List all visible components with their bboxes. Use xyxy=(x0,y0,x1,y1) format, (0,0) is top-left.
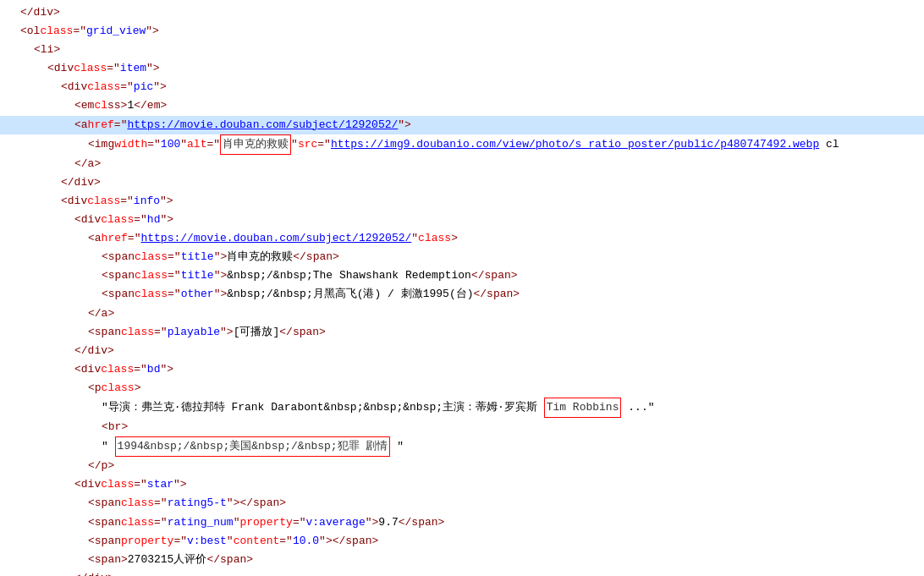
attr-value-token: info xyxy=(134,192,160,211)
tag-token: </div> xyxy=(74,342,114,360)
attr-value-token: v:best xyxy=(187,532,227,551)
punct-token: > xyxy=(451,229,458,248)
tag-token: <span xyxy=(102,266,135,285)
code-viewer: </div><ol class="grid_view"><li><div cla… xyxy=(0,0,924,576)
tag-token: </span> xyxy=(293,248,339,266)
tag-token: </span> xyxy=(333,532,379,551)
code-line: <div class="bd"> xyxy=(0,360,924,379)
attr-value-token: playable xyxy=(168,323,220,342)
tag-token: <div xyxy=(61,78,87,96)
attr-name-token: class xyxy=(87,78,120,96)
code-line: <div class="item"> xyxy=(0,59,924,78)
code-line: <a href="https://movie.douban.com/subjec… xyxy=(0,116,924,134)
punct-token: =" xyxy=(73,22,86,41)
attr-name-token: class xyxy=(121,323,154,342)
link-token: https://img9.doubanio.com/view/photo/s_r… xyxy=(331,135,819,154)
punct-token: "> xyxy=(146,59,160,78)
punct-token: =" xyxy=(128,229,141,248)
tag-token: <span xyxy=(88,494,121,513)
attr-name-token: property xyxy=(121,532,173,551)
punct-token: "> xyxy=(160,360,173,379)
attr-name-token: cl xyxy=(94,96,107,115)
text-token: [可播放] xyxy=(234,323,280,342)
punct-token: =" xyxy=(147,135,161,154)
tag-token: <div xyxy=(74,360,101,379)
tag-token: </span> xyxy=(279,323,326,342)
punct-token: =" xyxy=(154,494,168,513)
tag-token: <span xyxy=(88,513,121,532)
attr-name-token: href xyxy=(102,229,128,248)
punct-token: =" xyxy=(173,532,187,551)
code-line: <br> xyxy=(0,418,924,436)
punct-token: "> xyxy=(146,22,159,41)
tag-token: <em xyxy=(74,96,94,115)
punct-token: =" xyxy=(114,116,128,134)
code-line: </p> xyxy=(0,457,924,475)
punct-token: "> xyxy=(173,475,187,494)
code-line: <span property="v:best" content="10.0"><… xyxy=(0,532,924,551)
punct-token: =" xyxy=(279,532,293,551)
punct-token: "> xyxy=(153,78,167,96)
tag-token: </span> xyxy=(399,513,445,532)
punct-token: =" xyxy=(154,513,168,532)
tag-token: </span> xyxy=(471,266,518,285)
text-token: " xyxy=(390,437,404,456)
code-line: <span class="title">&nbsp;/&nbsp;The Sha… xyxy=(0,266,924,285)
tag-token: <div xyxy=(74,211,101,229)
code-line: <span class="rating5-t"></span> xyxy=(0,494,924,513)
code-line: </div> xyxy=(0,3,924,22)
attr-name-token: class xyxy=(101,475,134,494)
tag-token: </div> xyxy=(74,569,114,576)
code-line: <span class="title">肖申克的救赎</span> xyxy=(0,248,924,266)
attr-value-token: 100 xyxy=(161,135,180,154)
highlighted-text: Tim Robbins xyxy=(544,398,622,418)
punct-token: "> xyxy=(220,323,234,342)
tag-token: <span> xyxy=(88,551,128,569)
tag-token: <div xyxy=(74,475,101,494)
code-line: </div> xyxy=(0,342,924,360)
punct-token: "> xyxy=(160,211,173,229)
attr-name-token: class xyxy=(101,360,134,379)
tag-token: <ol xyxy=(20,22,40,41)
code-line: <span>2703215人评价</span> xyxy=(0,551,924,569)
punct-token: "> xyxy=(214,248,228,266)
attr-value-token: 10.0 xyxy=(293,532,319,551)
tag-token: <span xyxy=(102,248,135,266)
attr-name-token: width xyxy=(114,135,147,154)
punct-token: =" xyxy=(317,135,331,154)
attr-value-token: title xyxy=(181,266,214,285)
punct-token: "> xyxy=(319,532,333,551)
tag-token: </a> xyxy=(88,304,114,323)
text-token: ..." xyxy=(621,398,654,417)
tag-token: </span> xyxy=(474,285,520,304)
punct-token: =" xyxy=(134,360,147,379)
punct-token: " xyxy=(234,513,240,532)
tag-token: <img xyxy=(88,135,114,154)
attr-value-token: rating5-t xyxy=(168,494,227,513)
attr-name-token: class xyxy=(101,211,134,229)
punct-token: =" xyxy=(120,78,134,96)
attr-name-token: class xyxy=(135,266,168,285)
text-token: 2703215人评价 xyxy=(128,551,207,569)
tag-token: </span> xyxy=(239,494,286,513)
code-line: </a> xyxy=(0,304,924,323)
tag-token: <span xyxy=(88,323,121,342)
text-token: 肖申克的救赎 xyxy=(227,248,293,266)
code-line: <div class="star"> xyxy=(0,475,924,494)
code-line: <img width="100" alt="肖申克的救赎" src="https… xyxy=(0,134,924,155)
text-token: 9.7 xyxy=(378,513,398,532)
text-token: &nbsp;/&nbsp;月黑高飞(港) / 刺激1995(台) xyxy=(227,285,473,304)
code-line: <a href="https://movie.douban.com/subjec… xyxy=(0,229,924,248)
punct-token: =" xyxy=(168,266,181,285)
text-token: 1 xyxy=(127,96,134,115)
punct-token: "> xyxy=(160,192,173,211)
punct-token: " xyxy=(227,532,234,551)
attr-value-token: pic xyxy=(134,78,153,96)
tag-token: <span xyxy=(102,285,135,304)
text-token: " xyxy=(102,437,115,456)
code-line: <em clss>1</em> xyxy=(0,96,924,115)
punct-token: =" xyxy=(168,285,181,304)
code-line: </a> xyxy=(0,155,924,173)
code-line: <div class="info"> xyxy=(0,192,924,211)
attr-name-token: class xyxy=(87,192,120,211)
